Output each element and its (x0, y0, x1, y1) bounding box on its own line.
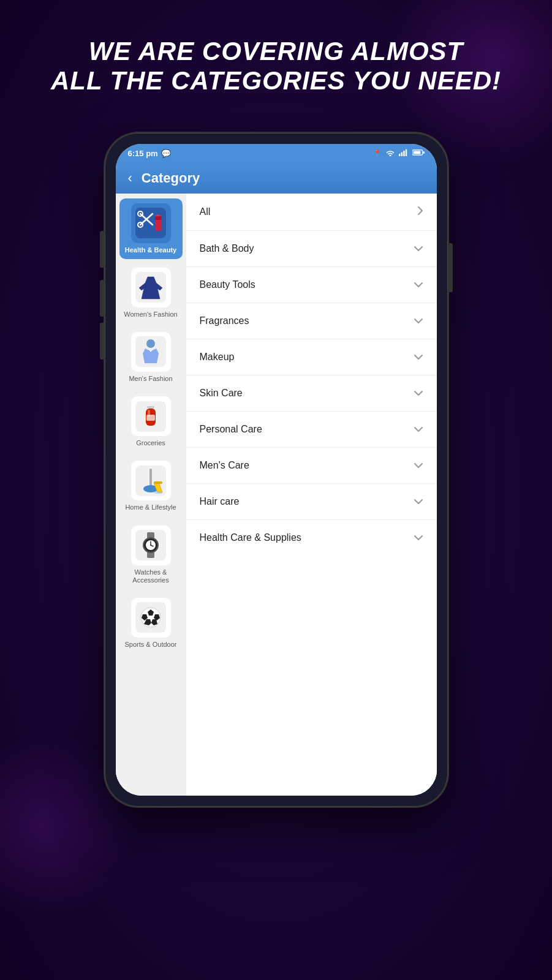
sidebar-item-health-beauty-label: Health & Beauty (125, 246, 176, 254)
sidebar-item-sports-outdoor-label: Sports & Outdoor (125, 641, 177, 649)
svg-rect-21 (149, 469, 152, 487)
status-bar: 6:15 pm 💬 📍 (116, 144, 437, 163)
chevron-down-icon (414, 243, 423, 254)
chevron-down-icon (414, 460, 423, 471)
sidebar-item-watches-accessories[interactable]: Watches & Accessories (119, 521, 183, 589)
sidebar-item-home-lifestyle[interactable]: Home & Lifestyle (119, 456, 183, 516)
sidebar-item-mens-fashion[interactable]: Men's Fashion (119, 327, 183, 388)
app-bar-title: Category (142, 170, 200, 186)
svg-point-14 (146, 339, 155, 348)
category-row[interactable]: Bath & Body (186, 231, 437, 267)
chevron-right-icon (417, 206, 423, 218)
headline-line1: WE ARE COVERING ALMOST (51, 37, 501, 66)
category-row[interactable]: Men's Care (186, 448, 437, 484)
sidebar-item-groceries-label: Groceries (136, 439, 165, 447)
sidebar-item-womens-fashion-label: Women's Fashion (124, 311, 178, 318)
messenger-icon: 💬 (161, 149, 171, 158)
category-name-health-care-supplies: Health Care & Supplies (200, 532, 301, 543)
sidebar-item-sports-outdoor-img (131, 598, 171, 638)
category-row[interactable]: Beauty Tools (186, 267, 437, 303)
sidebar-item-groceries-img (131, 396, 171, 436)
headline: WE ARE COVERING ALMOST ALL THE CATEGORIE… (14, 37, 538, 96)
category-name-makeup: Makeup (200, 352, 235, 363)
phone-mockup: 6:15 pm 💬 📍 (105, 133, 448, 807)
status-icons: 📍 (373, 149, 425, 157)
category-row[interactable]: All (186, 194, 437, 231)
category-name-hair-care: Hair care (200, 496, 240, 507)
svg-rect-10 (155, 219, 161, 231)
svg-rect-16 (147, 406, 154, 409)
chevron-down-icon (414, 388, 423, 399)
category-row[interactable]: Health Care & Supplies (186, 520, 437, 556)
category-row[interactable]: Personal Care (186, 412, 437, 448)
category-name-fragrances: Fragrances (200, 315, 249, 326)
svg-rect-2 (403, 151, 404, 156)
sidebar-item-groceries[interactable]: Groceries (119, 391, 183, 452)
svg-rect-5 (413, 151, 420, 154)
sidebar-item-watches-accessories-label: Watches & Accessories (123, 568, 179, 584)
sidebar-item-watches-accessories-img (131, 526, 171, 565)
chevron-down-icon (414, 279, 423, 290)
wifi-icon (385, 149, 395, 157)
svg-rect-6 (423, 151, 425, 153)
chevron-down-icon (414, 315, 423, 326)
svg-rect-0 (399, 154, 400, 156)
category-row[interactable]: Skin Care (186, 375, 437, 412)
phone-screen: 6:15 pm 💬 📍 (116, 144, 437, 796)
sidebar-item-sports-outdoor[interactable]: Sports & Outdoor (119, 593, 183, 654)
category-name-beauty-tools: Beauty Tools (200, 279, 255, 290)
svg-rect-23 (154, 481, 162, 484)
category-list: AllBath & BodyBeauty ToolsFragrancesMake… (186, 194, 437, 796)
sidebar-item-womens-fashion-img (131, 268, 171, 307)
status-time-area: 6:15 pm 💬 (128, 149, 171, 158)
content-area: Health & Beauty (116, 194, 437, 796)
category-row[interactable]: Hair care (186, 484, 437, 520)
svg-rect-3 (405, 149, 406, 156)
category-name-personal-care: Personal Care (200, 424, 262, 435)
sidebar-item-home-lifestyle-img (131, 461, 171, 500)
battery-icon (412, 149, 425, 157)
headline-line2: ALL THE CATEGORIES YOU NEED! (51, 66, 501, 96)
svg-rect-19 (146, 415, 155, 421)
back-button[interactable]: ‹ (128, 170, 132, 186)
phone-frame: 6:15 pm 💬 📍 (105, 133, 448, 807)
category-name-bath-body: Bath & Body (200, 243, 254, 254)
signal-icon (399, 149, 409, 157)
sidebar-item-health-beauty-img (131, 203, 171, 243)
chevron-down-icon (414, 496, 423, 507)
svg-point-24 (154, 491, 162, 494)
category-row[interactable]: Fragrances (186, 303, 437, 339)
chevron-down-icon (414, 352, 423, 363)
chevron-down-icon (414, 532, 423, 543)
sidebar-item-womens-fashion[interactable]: Women's Fashion (119, 263, 183, 323)
location-icon: 📍 (373, 149, 382, 157)
app-bar: ‹ Category (116, 163, 437, 194)
sidebar-item-mens-fashion-label: Men's Fashion (129, 375, 172, 383)
sidebar-item-health-beauty[interactable]: Health & Beauty (119, 198, 183, 259)
svg-point-33 (150, 545, 151, 546)
category-name-all: All (200, 206, 211, 217)
chevron-down-icon (414, 424, 423, 435)
status-time: 6:15 pm (128, 149, 158, 158)
category-name-skin-care: Skin Care (200, 388, 243, 399)
sidebar-item-mens-fashion-img (131, 332, 171, 372)
svg-rect-11 (155, 216, 161, 220)
svg-rect-1 (401, 153, 402, 156)
category-row[interactable]: Makeup (186, 339, 437, 375)
sidebar: Health & Beauty (116, 194, 186, 796)
category-name-mens-care: Men's Care (200, 460, 249, 471)
sidebar-item-home-lifestyle-label: Home & Lifestyle (125, 503, 176, 511)
